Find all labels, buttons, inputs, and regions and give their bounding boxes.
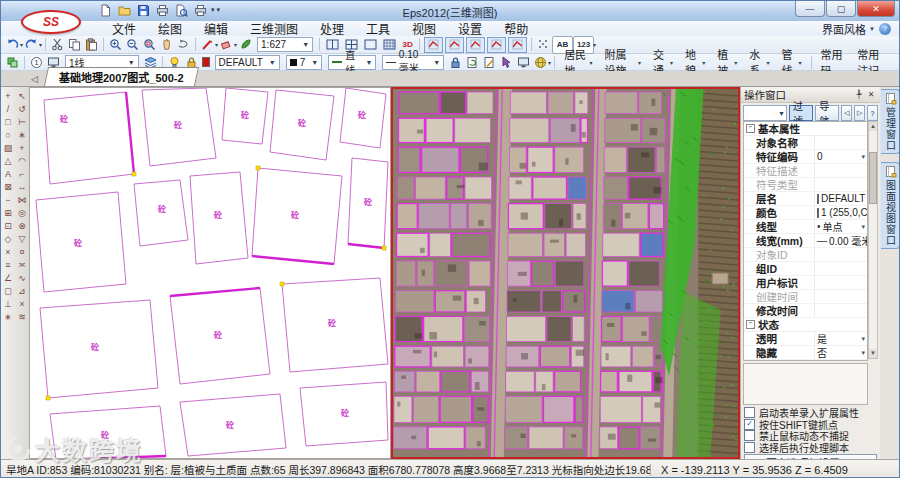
category-3-button[interactable]: 地貌▾ bbox=[679, 54, 711, 70]
stretch-icon[interactable]: ↔ bbox=[16, 180, 29, 193]
property-row-符号类型[interactable]: 符号类型 bbox=[744, 178, 867, 192]
property-row-隐藏[interactable]: 隐藏否▾ bbox=[744, 346, 867, 360]
array-icon[interactable]: ⊞ bbox=[2, 206, 15, 219]
vector-map-canvas[interactable]: 砼砼砼砼砼砼砼砼砼砼砼砼砼砼砼砼 bbox=[30, 88, 390, 458]
title-bar[interactable]: ▾ ▾ Eps2012(三维测图) — ▢ ✕ bbox=[1, 1, 899, 22]
zoom-in-button[interactable] bbox=[107, 37, 124, 53]
menu-8[interactable]: 帮助 bbox=[493, 20, 539, 37]
extend-icon[interactable]: ⊢ bbox=[16, 115, 29, 128]
property-row-用户标识[interactable]: 用户标识 bbox=[744, 276, 867, 290]
property-value[interactable]: 否▾ bbox=[814, 360, 867, 361]
menu-2[interactable]: 编辑 bbox=[193, 20, 239, 37]
paste-button[interactable] bbox=[83, 37, 100, 53]
orthophoto-3d-pane[interactable] bbox=[391, 87, 740, 459]
linetype-combo[interactable]: 直线▼ bbox=[328, 55, 376, 70]
screen-button[interactable] bbox=[515, 54, 532, 70]
linewidth-combo[interactable]: 0.10 毫米▼ bbox=[382, 55, 444, 70]
panel-help-button[interactable]: ? bbox=[867, 105, 878, 121]
menu-4[interactable]: 处理 bbox=[309, 20, 355, 37]
edit-doc-button[interactable] bbox=[481, 54, 498, 70]
property-value[interactable] bbox=[814, 304, 867, 317]
pin-icon[interactable]: ╄ bbox=[853, 90, 865, 99]
filter-button[interactable]: 过滤 bbox=[789, 105, 813, 121]
checkbox-row-2[interactable]: 禁止鼠标动态不捕捉 bbox=[744, 430, 877, 442]
redo-button[interactable] bbox=[23, 37, 40, 53]
toolbar-overflow-icon[interactable]: ▾ bbox=[548, 59, 551, 66]
lock-settings-button[interactable] bbox=[447, 54, 464, 70]
property-row-透明[interactable]: 透明是▾ bbox=[744, 332, 867, 346]
view-layout-grid-button[interactable] bbox=[381, 37, 398, 53]
pick-feature-button[interactable] bbox=[498, 54, 515, 70]
category-2-button[interactable]: 交通▾ bbox=[647, 54, 679, 70]
maximize-button[interactable]: ▢ bbox=[826, 1, 856, 17]
redline-draw-button[interactable] bbox=[199, 37, 216, 53]
snap-vegetation-button[interactable] bbox=[237, 37, 254, 53]
checkbox-row-3[interactable]: 选择后执行处理脚本 bbox=[744, 442, 877, 454]
wave-icon[interactable]: ≋ bbox=[16, 310, 29, 323]
list-icon[interactable]: ≡ bbox=[2, 258, 15, 271]
category-4-button[interactable]: 植被▾ bbox=[711, 54, 743, 70]
draw-text-icon[interactable]: A bbox=[2, 167, 15, 180]
close-button[interactable]: ✕ bbox=[857, 1, 895, 17]
property-value[interactable]: 是▾ bbox=[814, 332, 867, 345]
document-tab[interactable]: 基础地理2007图式_500-2 bbox=[44, 67, 199, 86]
scroll-down-icon[interactable]: ▼ bbox=[869, 349, 877, 358]
frame-icon[interactable]: ◻ bbox=[2, 284, 15, 297]
scale-combo[interactable]: 1:627▼ bbox=[257, 37, 313, 52]
break-icon[interactable]: × bbox=[16, 297, 29, 310]
property-value[interactable] bbox=[814, 262, 867, 275]
draw-hatch-icon[interactable]: ▨ bbox=[2, 141, 15, 154]
property-value[interactable]: 否▾ bbox=[814, 346, 867, 359]
property-value[interactable]: DEFAULT▾ bbox=[814, 192, 867, 205]
dock-tab-0[interactable]: 管理窗口 bbox=[881, 89, 900, 154]
view-layout-2h-button[interactable] bbox=[324, 37, 341, 53]
diamond-icon[interactable]: ◇ bbox=[2, 232, 15, 245]
world-button[interactable] bbox=[532, 54, 549, 70]
draw-rect-icon[interactable]: □ bbox=[2, 115, 15, 128]
multi-select-button[interactable] bbox=[535, 37, 552, 53]
property-value[interactable] bbox=[814, 178, 867, 191]
property-row-对象名称[interactable]: 对象名称 bbox=[744, 136, 867, 150]
measure-icon[interactable]: ¤ bbox=[16, 245, 29, 258]
star-icon[interactable]: ∗ bbox=[2, 310, 15, 323]
zoom-out-button[interactable] bbox=[124, 37, 141, 53]
property-row-修改时间[interactable]: 修改时间 bbox=[744, 304, 867, 318]
property-row-创建时间[interactable]: 创建时间 bbox=[744, 290, 867, 304]
undo-button[interactable] bbox=[4, 37, 21, 53]
angle-icon[interactable]: ∠ bbox=[2, 271, 15, 284]
property-value[interactable]: 0▾ bbox=[814, 150, 867, 163]
menu-6[interactable]: 视图 bbox=[401, 20, 447, 37]
property-value[interactable] bbox=[814, 136, 867, 149]
property-row-对象ID[interactable]: 对象ID bbox=[744, 248, 867, 262]
vector-map-pane[interactable]: 砼砼砼砼砼砼砼砼砼砼砼砼砼砼砼砼 bbox=[29, 87, 391, 459]
menu-5[interactable]: 工具 bbox=[355, 20, 401, 37]
rotate-tool-icon[interactable]: ↺ bbox=[16, 102, 29, 115]
view-oblique2-button[interactable] bbox=[487, 37, 506, 53]
property-row-颜色[interactable]: 颜色1 (255,0,C▾ bbox=[744, 206, 867, 220]
property-value[interactable]: •单点▾ bbox=[814, 220, 867, 233]
collapse-icon[interactable]: − bbox=[746, 124, 755, 133]
explode-icon[interactable]: ⊗ bbox=[16, 219, 29, 232]
tab-nav-left-icon[interactable]: ◁ bbox=[31, 74, 38, 84]
collapse-icon[interactable]: − bbox=[746, 320, 755, 329]
perp-icon[interactable]: ⊥ bbox=[2, 297, 15, 310]
toolbar-overflow-icon[interactable]: ▾ bbox=[593, 41, 596, 48]
draw-line-icon[interactable]: / bbox=[2, 102, 15, 115]
pan-button[interactable] bbox=[158, 37, 175, 53]
group-icon[interactable]: ⊡ bbox=[2, 219, 15, 232]
cut-button[interactable] bbox=[49, 37, 66, 53]
checkbox-icon[interactable] bbox=[744, 442, 755, 453]
property-row-线宽(mm)[interactable]: 线宽(mm)—0.00 毫米▾ bbox=[744, 234, 867, 248]
redline-erase-button[interactable] bbox=[218, 37, 235, 53]
menu-1[interactable]: 绘图 bbox=[147, 20, 193, 37]
info-button[interactable]: 1 bbox=[28, 54, 45, 70]
layer-combo[interactable]: DEFAULT▼ bbox=[215, 55, 280, 70]
draw-point-icon[interactable]: + bbox=[2, 89, 15, 102]
prev-button[interactable]: ◁ bbox=[841, 105, 852, 121]
property-row-高亮显示[interactable]: 高亮显示否▾ bbox=[744, 360, 867, 361]
draw-text-box-icon[interactable]: ⊠ bbox=[2, 180, 15, 193]
center-snap-icon[interactable]: ◎ bbox=[16, 206, 29, 219]
property-row-特征描述[interactable]: 特征描述 bbox=[744, 164, 867, 178]
description-box[interactable] bbox=[743, 363, 868, 405]
checkbox-icon[interactable] bbox=[744, 407, 755, 418]
